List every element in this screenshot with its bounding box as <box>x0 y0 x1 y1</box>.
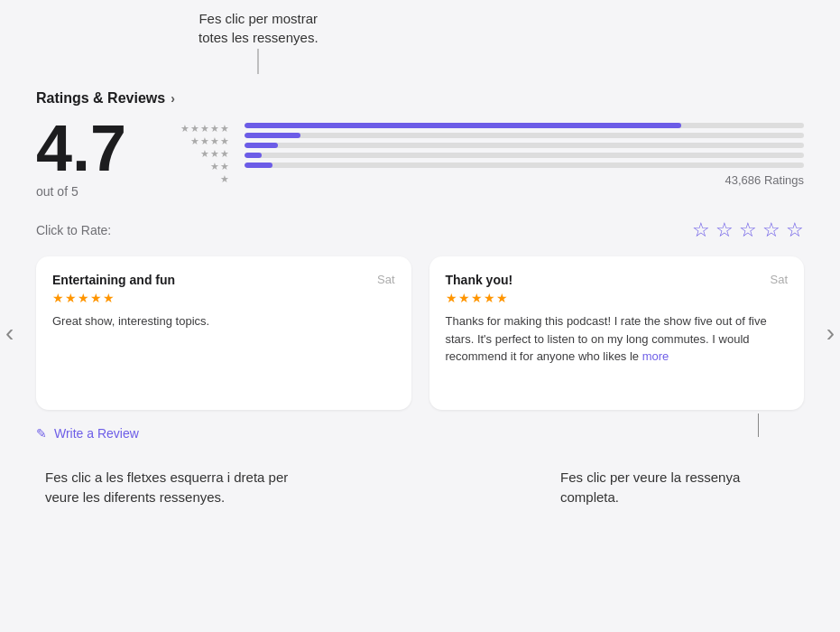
review-2-more-link[interactable]: more <box>642 349 669 363</box>
rate-star-5[interactable]: ☆ <box>786 218 804 242</box>
callout-right: Fes clic per veure la ressenya completa. <box>560 468 795 507</box>
rate-star-2[interactable]: ☆ <box>715 218 734 242</box>
rating-section: 4.7 out of 5 ★★★★★ ★★★★ ★★★ ★★ ★ <box>36 116 804 199</box>
rating-number: 4.7 <box>36 116 126 181</box>
bar-track-3 <box>245 143 804 148</box>
out-of-label: out of 5 <box>36 184 78 199</box>
more-tooltip-line <box>758 414 759 437</box>
click-to-rate-row: Click to Rate: ☆ ☆ ☆ ☆ ☆ <box>36 218 804 251</box>
main-container: Fes clic per mostrar totes les ressenyes… <box>0 0 840 632</box>
review-2-text-content: Thanks for making this podcast! I rate t… <box>446 314 767 363</box>
bar-chart-area: ★★★★★ ★★★★ ★★★ ★★ ★ <box>180 121 804 187</box>
nav-arrow-right[interactable]: › <box>817 319 840 348</box>
stars-row-4: ★★★★ <box>190 136 230 146</box>
reviews-row: Entertaining and fun Sat ★★★★★ Great sho… <box>36 256 804 410</box>
bar-track-4 <box>245 133 804 138</box>
bar-fill-2 <box>245 153 262 158</box>
review-1-stars: ★★★★★ <box>52 291 395 305</box>
big-rating: 4.7 out of 5 <box>36 116 153 199</box>
review-card-1-header: Entertaining and fun Sat <box>52 273 395 287</box>
bar-track-5 <box>245 123 804 128</box>
review-1-title: Entertaining and fun <box>52 273 175 287</box>
bars-stack <box>245 123 804 168</box>
review-card-1: Entertaining and fun Sat ★★★★★ Great sho… <box>36 256 411 410</box>
review-2-title: Thank you! <box>446 273 513 287</box>
tooltip-top-line2: totes les ressenyes. <box>198 30 318 45</box>
bar-track-2 <box>245 153 804 158</box>
callouts-row: Fes clic a les fletxes esquerra i dreta … <box>36 468 804 507</box>
stars-row-3: ★★★ <box>200 149 230 159</box>
chevron-icon: › <box>171 91 175 106</box>
bar-row-3 <box>245 143 804 148</box>
bar-row-4 <box>245 133 804 138</box>
write-review-row[interactable]: ✎ Write a Review <box>36 426 804 441</box>
review-card-2[interactable]: Thank you! Sat ★★★★★ Thanks for making t… <box>429 256 805 410</box>
bar-row-2 <box>245 153 804 158</box>
bar-fill-5 <box>245 123 681 128</box>
stars-icon-stack: ★★★★★ ★★★★ ★★★ ★★ ★ <box>180 124 230 184</box>
bar-fill-1 <box>245 163 272 168</box>
bar-row-5 <box>245 123 804 128</box>
write-review-icon: ✎ <box>36 426 47 441</box>
reviews-wrapper: ‹ Entertaining and fun Sat ★★★★★ Great s… <box>36 256 804 410</box>
rate-star-4[interactable]: ☆ <box>762 218 780 242</box>
ratings-count: 43,686 Ratings <box>245 173 804 187</box>
rate-stars[interactable]: ☆ ☆ ☆ ☆ ☆ <box>692 218 804 242</box>
ratings-reviews-header[interactable]: Ratings & Reviews › <box>36 90 804 107</box>
click-to-rate-label: Click to Rate: <box>36 223 111 237</box>
review-card-2-header: Thank you! Sat <box>446 273 789 287</box>
review-2-date: Sat <box>770 273 788 286</box>
tooltip-top: Fes clic per mostrar totes les ressenyes… <box>198 9 318 47</box>
review-1-text: Great show, interesting topics. <box>52 312 395 330</box>
bar-fill-4 <box>245 133 300 138</box>
bar-fill-3 <box>245 143 278 148</box>
bars-and-count: 43,686 Ratings <box>245 121 804 187</box>
nav-arrow-left[interactable]: ‹ <box>0 319 23 348</box>
ratings-reviews-label: Ratings & Reviews <box>36 90 165 107</box>
stars-row-1: ★ <box>220 174 230 184</box>
review-2-stars: ★★★★★ <box>446 291 789 305</box>
rate-star-3[interactable]: ☆ <box>739 218 757 242</box>
stars-row-2: ★★ <box>210 162 230 172</box>
bar-row-1 <box>245 163 804 168</box>
review-2-text: Thanks for making this podcast! I rate t… <box>446 312 789 366</box>
stars-row-5: ★★★★★ <box>180 124 230 134</box>
callout-left: Fes clic a les fletxes esquerra i dreta … <box>45 468 298 507</box>
rate-star-1[interactable]: ☆ <box>692 218 710 242</box>
tooltip-top-line1: Fes clic per mostrar <box>198 11 318 26</box>
bar-track-1 <box>245 163 804 168</box>
write-review-link[interactable]: Write a Review <box>54 426 139 441</box>
review-1-date: Sat <box>377 273 395 286</box>
